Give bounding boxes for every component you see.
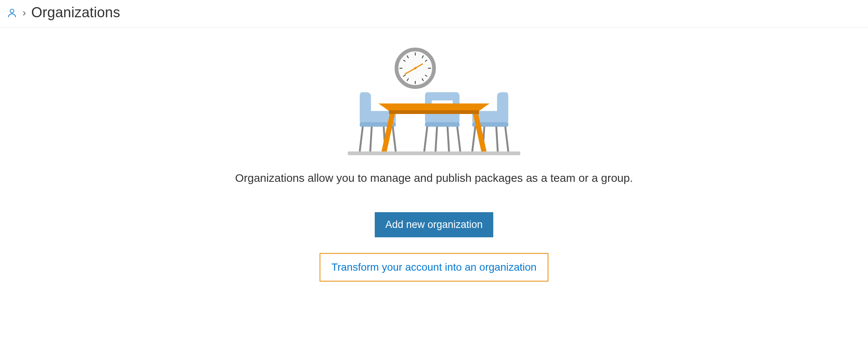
svg-line-26 xyxy=(424,127,427,151)
svg-line-20 xyxy=(393,127,396,151)
svg-line-21 xyxy=(370,127,372,151)
transform-account-button[interactable]: Transform your account into an organizat… xyxy=(320,253,549,282)
svg-rect-1 xyxy=(348,151,520,155)
svg-line-32 xyxy=(505,127,508,151)
svg-line-31 xyxy=(472,127,475,151)
svg-line-27 xyxy=(457,127,460,151)
svg-point-17 xyxy=(414,67,416,69)
page-title: Organizations xyxy=(31,4,120,21)
svg-line-28 xyxy=(436,127,437,151)
chevron-right-icon: › xyxy=(23,7,26,19)
svg-rect-35 xyxy=(389,110,479,114)
description-text: Organizations allow you to manage and pu… xyxy=(235,172,633,184)
meeting-room-illustration xyxy=(344,47,524,156)
svg-line-19 xyxy=(360,127,363,151)
svg-line-34 xyxy=(496,127,498,151)
actions-group: Add new organization Transform your acco… xyxy=(320,212,549,282)
main-content: Organizations allow you to manage and pu… xyxy=(0,28,868,282)
clock-icon xyxy=(396,49,434,87)
user-icon[interactable] xyxy=(7,7,17,18)
svg-rect-25 xyxy=(425,122,460,127)
svg-rect-23 xyxy=(425,92,460,100)
add-new-organization-button[interactable]: Add new organization xyxy=(375,212,493,237)
svg-line-29 xyxy=(448,127,449,151)
breadcrumb: › Organizations xyxy=(0,0,868,28)
svg-point-0 xyxy=(10,9,14,13)
